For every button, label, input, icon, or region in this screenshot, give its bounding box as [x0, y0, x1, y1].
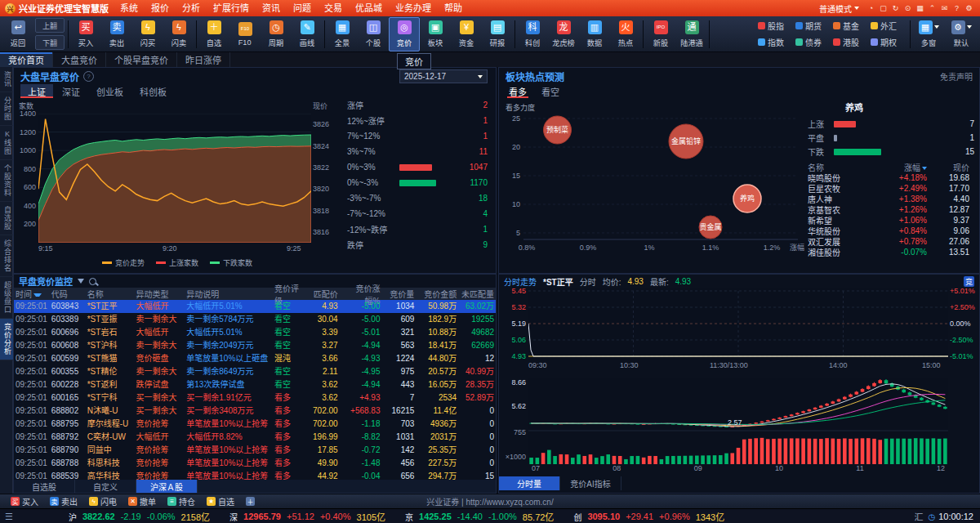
toolbar-auction-button[interactable]: ◎竞价	[389, 17, 420, 51]
column-header-未匹配量[interactable]: 未匹配量	[458, 288, 496, 300]
help-icon[interactable]: ?	[951, 2, 963, 15]
column-header-异动类型[interactable]: 异动类型	[135, 288, 185, 300]
toolbar-flash-sell-button[interactable]: ϟ闪卖	[163, 17, 194, 51]
monitor-row-688795[interactable]: 09:25:01688795摩尔线程-U竞价抢筹单笔放量10%以上抢筹看多702…	[14, 418, 496, 431]
list-tab-自定义[interactable]: 自定义	[75, 480, 136, 493]
sector-tab-看空[interactable]: 看空	[540, 84, 561, 98]
toolbar-panorama-button[interactable]: ▦全景	[327, 17, 358, 51]
rail-item-超级盘口[interactable]: 超级盘口	[0, 277, 13, 319]
rail-item-K线图[interactable]: K线图	[0, 126, 13, 160]
sector-tab-看多[interactable]: 看多	[507, 84, 528, 98]
rail-item-综合排名[interactable]: 综合排名	[0, 235, 13, 277]
index-沪[interactable]: 沪3822.62-2.19-0.06%2158亿	[69, 510, 210, 523]
column-header-竞价金额[interactable]: 竞价金额	[416, 288, 458, 300]
toolbar-stock-button[interactable]: ◫个股	[358, 17, 389, 51]
forex-label[interactable]: 汇	[914, 510, 923, 523]
menu-item-扩展行情[interactable]: 扩展行情	[207, 0, 256, 16]
menu-item-报价[interactable]: 报价	[145, 0, 176, 16]
quick-期货-button[interactable]: 期货	[795, 18, 833, 34]
rail-item-分时图[interactable]: 分时图	[0, 92, 13, 126]
date-select[interactable]: 2025-12-17	[399, 69, 488, 83]
column-header-异动说明[interactable]: 异动说明	[185, 288, 273, 300]
cmd-cancel-order-button[interactable]: ✕撤单	[122, 495, 162, 507]
toolbar-hk-connect-button[interactable]: 通陆港通	[676, 17, 707, 51]
info-icon[interactable]: ?	[83, 71, 94, 82]
message-icon[interactable]: ✉	[938, 2, 951, 15]
monitor-row-688802[interactable]: 09:25:01688802N沐曦-U买一剩余大买一剩余3408万元看多702.…	[14, 405, 496, 418]
layout-default-button[interactable]: ⚙默认	[945, 18, 978, 51]
cmd-positions-button[interactable]: ≡持仓	[162, 495, 201, 507]
quick-指数-button[interactable]: 指数	[758, 34, 795, 51]
quick-股指-button[interactable]: 股指	[758, 18, 795, 34]
menu-item-业务办理[interactable]: 业务办理	[389, 0, 438, 16]
search-icon[interactable]	[89, 278, 96, 285]
toolbar-ipo-button[interactable]: IPO新股	[645, 17, 676, 51]
monitor-row-600165[interactable]: 09:25:01600165*ST宁科买一剩余大买一剩余1.91亿元看多3.62…	[14, 391, 496, 405]
rail-item-资讯[interactable]: 资讯	[0, 67, 13, 92]
page-down-button[interactable]: 下翻	[35, 35, 65, 50]
cmd-flash-button[interactable]: ϟ闪电	[83, 495, 122, 507]
rail-item-自选股[interactable]: 自选股	[0, 202, 13, 235]
menu-item-问题[interactable]: 问题	[287, 0, 318, 16]
monitor-row-603389[interactable]: 09:25:01603389*ST亚振卖一剩余大卖一剩余5784万元看空30.0…	[14, 313, 496, 326]
toolbar-funds-button[interactable]: ¥资金	[451, 17, 482, 51]
multi-window-button[interactable]: ▦多窗	[912, 18, 945, 51]
cmd-sell-button[interactable]: 卖卖出	[44, 495, 83, 507]
chart-tab-分时量[interactable]: 分时量	[499, 476, 560, 490]
toolbar-draw-button[interactable]: ✎画线	[292, 17, 323, 51]
monitor-row-600608[interactable]: 09:25:01600608*ST沪科卖一剩余大卖一剩余2049万元看空3.27…	[14, 339, 496, 352]
intraday-tab[interactable]: 分时走势	[504, 275, 537, 288]
column-header-匹配价[interactable]: 匹配价	[304, 288, 340, 300]
market-tab-创业板[interactable]: 创业板	[89, 84, 131, 98]
column-header-代码[interactable]: 代码	[50, 288, 86, 300]
quick-债券-button[interactable]: 债券	[795, 34, 833, 51]
cmd-add-button[interactable]: ＋	[240, 497, 261, 506]
toolbar-hot-button[interactable]: 火热点	[610, 17, 641, 51]
lock-icon[interactable]: ⊙	[902, 2, 914, 15]
chart-tab-竞价AI指标[interactable]: 竞价AI指标	[560, 476, 621, 490]
toolbar-dragon-tiger-button[interactable]: 龙龙虎榜	[548, 17, 579, 51]
toolbar-star-market-button[interactable]: 科科创	[517, 17, 548, 51]
column-header-竞价量[interactable]: 竞价量	[381, 288, 416, 300]
list-tab-自选股[interactable]: 自选股	[14, 480, 75, 493]
monitor-row-600355[interactable]: 09:25:01600355*ST精伦卖一剩余大卖一剩余8649万元看空2.11…	[14, 365, 496, 378]
market-tab-上证[interactable]: 上证	[20, 84, 53, 98]
disclaimer-link[interactable]: 免责声明	[940, 70, 973, 83]
settings-icon[interactable]: ⚙	[963, 2, 975, 15]
auction-badge[interactable]: 竞	[964, 276, 974, 287]
sector-bubble-养鸡[interactable]: 养鸡	[733, 185, 761, 212]
monitor-row-688792[interactable]: 09:25:01688792C奕材-UW大幅低开大幅低开8.82%看多196.9…	[14, 431, 496, 444]
notification-icon[interactable]: ◔	[865, 2, 877, 15]
monitor-row-600696[interactable]: 09:25:01600696*ST岩石大幅低开大幅低开5.01%看空3.39-5…	[14, 326, 496, 339]
menu-item-分析[interactable]: 分析	[176, 0, 207, 16]
toolbar-report-button[interactable]: ▤研报	[482, 17, 513, 51]
list-tab-沪深Ａ股[interactable]: 沪深Ａ股	[136, 480, 198, 493]
monitor-row-688790[interactable]: 09:25:01688790同益中竞价抢筹单笔放量10%以上抢筹看多17.85-…	[14, 444, 496, 457]
toolbar-favorites-button[interactable]: ＋自选	[198, 17, 229, 51]
menu-item-系统[interactable]: 系统	[114, 0, 145, 16]
hamburger-icon[interactable]: ☰	[0, 512, 20, 522]
column-header-时间[interactable]: 时间	[14, 288, 50, 300]
refresh-icon[interactable]: ↻	[889, 2, 902, 15]
cmd-buy-button[interactable]: 买买入	[5, 495, 44, 507]
market-tab-深证[interactable]: 深证	[55, 84, 87, 98]
apps-icon[interactable]: ▦	[914, 2, 926, 15]
toolbar-sell-button[interactable]: 卖卖出	[101, 17, 132, 51]
mode-selector[interactable]: 普通模式	[816, 2, 862, 15]
theme-icon[interactable]: ▢	[877, 2, 889, 15]
monitor-row-603843[interactable]: 09:25:01603843*ST正平大幅低开大幅低开5.01%看空4.93-5…	[14, 300, 496, 313]
page-tab-竞价首页[interactable]: 竞价首页	[0, 52, 53, 67]
index-创[interactable]: 创3095.10+29.41+0.96%1343亿	[573, 510, 724, 523]
monitor-row-688788[interactable]: 09:25:01688788科思科技竞价抢筹单笔放量10%以上抢筹看多49.90…	[14, 457, 496, 470]
toolbar-flash-buy-button[interactable]: ϟ闪买	[132, 17, 163, 51]
menu-item-交易[interactable]: 交易	[318, 0, 349, 16]
toolbar-data-button[interactable]: ▥数据	[579, 17, 610, 51]
sector-bubble-预制菜[interactable]: 预制菜	[544, 116, 572, 144]
page-tab-昨日涨停[interactable]: 昨日涨停	[177, 52, 230, 67]
page-tab-个股早盘竞价[interactable]: 个股早盘竞价	[106, 52, 177, 67]
market-tab-科创板[interactable]: 科创板	[132, 84, 174, 98]
index-京[interactable]: 京1425.25-14.40-1.00%85.72亿	[405, 510, 554, 523]
toolbar-back-button[interactable]: ↩返回	[2, 17, 33, 51]
sector-bubble-金属铅锌[interactable]: 金属铅锌	[669, 124, 703, 159]
menu-item-资讯[interactable]: 资讯	[256, 0, 287, 16]
